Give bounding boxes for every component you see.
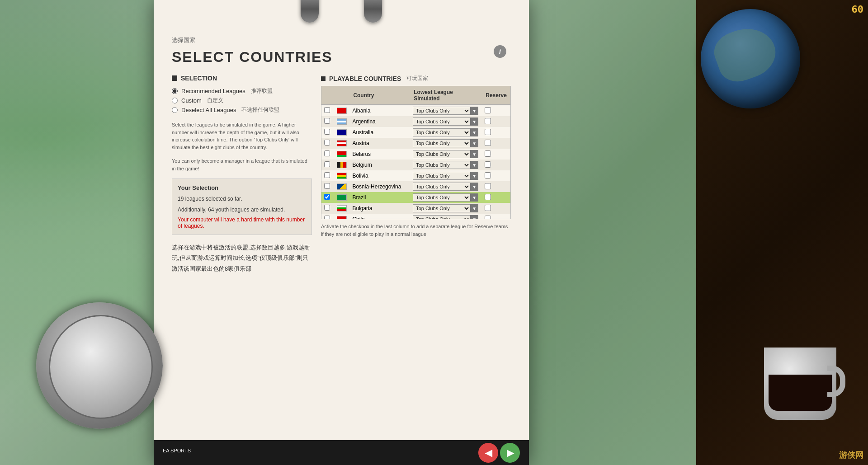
league-dropdown-wrapper: Top Clubs Only▼ [413,107,479,115]
reserve-checkbox[interactable] [485,205,491,211]
radio-recommended-input[interactable] [172,88,178,94]
timer-display: 60 [852,4,864,15]
dropdown-arrow: ▼ [470,215,478,219]
radio-recommended-cn: 推荐联盟 [251,87,273,95]
radio-custom-input[interactable] [172,98,178,103]
table-row: BrazilTop Clubs Only▼ [321,192,510,203]
league-select[interactable]: Top Clubs Only [413,183,471,191]
reserve-checkbox[interactable] [485,140,491,146]
table-header-row: Country Lowest League Simulated Reserve [321,86,510,105]
league-dropdown-wrapper: Top Clubs Only▼ [413,117,479,126]
country-checkbox[interactable] [324,107,330,113]
radio-recommended-label: Recommended Leagues [181,88,245,94]
country-name: Australia [349,127,410,138]
dropdown-arrow: ▼ [470,107,478,115]
radio-deselect-input[interactable] [172,107,178,113]
country-flag [337,173,347,179]
league-select[interactable]: Top Clubs Only [413,128,471,136]
table-row: AlbaniaTop Clubs Only▼ [321,105,510,116]
stat-leagues: 19 leagues selected so far. [178,195,306,203]
th-league: Lowest League Simulated [410,86,482,105]
league-select[interactable]: Top Clubs Only [413,215,471,219]
dropdown-arrow: ▼ [470,117,478,126]
radio-deselect[interactable]: Deselect All Leagues 不选择任何联盟 [172,106,312,114]
country-name: Belarus [349,149,410,160]
country-checkbox[interactable] [324,140,330,146]
nav-buttons: ◀ ▶ [478,443,520,463]
reserve-checkbox[interactable] [485,172,491,178]
right-panel: PLAYABLE COUNTRIES 可玩国家 Country Lowest L… [321,75,511,440]
reserve-checkbox[interactable] [485,183,491,189]
binder-ring-2 [364,0,382,23]
league-select[interactable]: Top Clubs Only [413,161,471,169]
country-flag [337,140,347,146]
country-checkbox[interactable] [324,183,330,189]
nav-prev-button[interactable]: ◀ [478,443,498,463]
stopwatch-decoration [36,302,163,429]
reserve-checkbox[interactable] [485,216,491,220]
th-country: Country [349,86,410,105]
watermark: 游侠网 [839,450,863,460]
league-dropdown-wrapper: Top Clubs Only▼ [413,128,479,136]
info-icon[interactable]: i [494,45,506,58]
league-dropdown-wrapper: Top Clubs Only▼ [413,139,479,147]
country-checkbox[interactable] [324,216,330,219]
country-checkbox[interactable] [324,161,330,167]
league-select[interactable]: Top Clubs Only [413,117,471,126]
country-checkbox[interactable] [324,194,330,200]
table-row: BoliviaTop Clubs Only▼ [321,170,510,181]
league-select[interactable]: Top Clubs Only [413,193,471,202]
country-checkbox[interactable] [324,172,330,178]
league-select[interactable]: Top Clubs Only [413,139,471,147]
league-select[interactable]: Top Clubs Only [413,204,471,212]
reserve-checkbox[interactable] [485,118,491,124]
league-dropdown-wrapper: Top Clubs Only▼ [413,161,479,169]
country-name: Bolivia [349,170,410,181]
league-dropdown-wrapper: Top Clubs Only▼ [413,204,479,212]
radio-deselect-cn: 不选择任何联盟 [241,106,279,114]
country-flag [337,162,347,168]
league-dropdown-wrapper: Top Clubs Only▼ [413,172,479,180]
league-select[interactable]: Top Clubs Only [413,107,471,115]
reserve-checkbox[interactable] [485,107,491,113]
radio-recommended[interactable]: Recommended Leagues 推荐联盟 [172,87,312,95]
ea-sports-logo: EA SPORTS [163,448,191,457]
nav-next-button[interactable]: ▶ [500,443,520,463]
league-dropdown-wrapper: Top Clubs Only▼ [413,193,479,202]
binders [301,0,382,23]
league-select[interactable]: Top Clubs Only [413,150,471,158]
coffee-cup-decoration [755,320,845,420]
country-flag [337,151,347,157]
countries-table: Country Lowest League Simulated Reserve … [321,86,510,219]
reserve-checkbox[interactable] [485,129,491,135]
country-name: Bosnia-Herzegovina [349,181,410,192]
reserve-checkbox[interactable] [485,150,491,157]
dropdown-arrow: ▼ [470,161,478,169]
country-name: Argentina [349,116,410,127]
radio-custom[interactable]: Custom 自定义 [172,97,312,104]
country-checkbox[interactable] [324,205,330,211]
league-select[interactable]: Top Clubs Only [413,172,471,180]
th-check [321,86,334,105]
selection-title: SELECTION [181,75,217,82]
selection-section-header: SELECTION [172,75,312,82]
dropdown-arrow: ▼ [470,183,478,191]
playable-title: PLAYABLE COUNTRIES [329,75,401,82]
country-flag [337,108,347,114]
country-checkbox[interactable] [324,129,330,135]
th-reserve: Reserve [482,86,510,105]
radio-custom-cn: 自定义 [207,97,223,104]
reserve-checkbox[interactable] [485,161,491,168]
table-row: Bosnia-HerzegovinaTop Clubs Only▼ [321,181,510,192]
country-checkbox[interactable] [324,118,330,124]
country-flag [337,216,347,219]
country-checkbox[interactable] [324,150,330,156]
radio-group: Recommended Leagues 推荐联盟 Custom 自定义 Dese… [172,87,312,114]
radio-deselect-label: Deselect All Leagues [181,107,236,113]
playable-header-icon [321,76,326,81]
stat-youth: Additionally, 64 youth leagues are simul… [178,206,306,214]
dropdown-arrow: ▼ [470,128,478,136]
countries-table-wrapper[interactable]: Country Lowest League Simulated Reserve … [321,86,511,219]
globe-decoration [701,9,800,108]
reserve-checkbox[interactable] [485,194,491,200]
